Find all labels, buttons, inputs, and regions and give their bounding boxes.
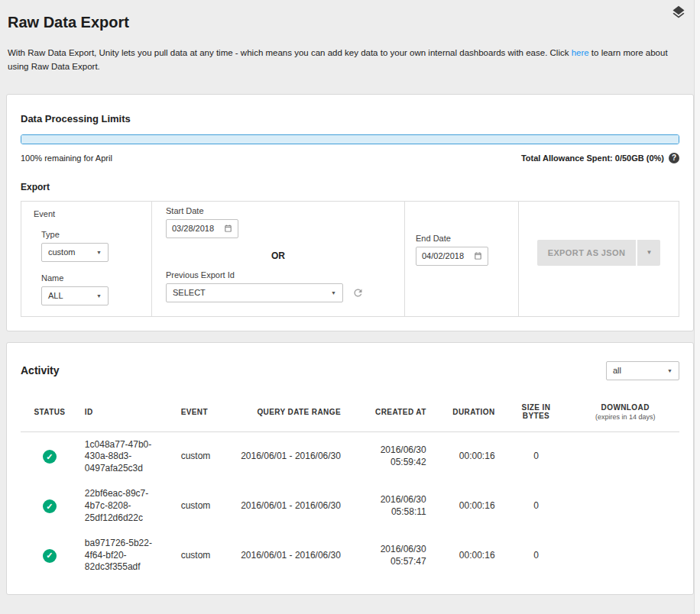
table-row: ✓ 1c048a77-47b0-430a-88d3-0497afa25c3d c… xyxy=(21,431,679,481)
created-at: 2016/06/30 05:59:42 xyxy=(347,431,433,481)
date-or-export-column: Start Date OR Previous Export Id SELECT … xyxy=(152,202,404,316)
learn-more-link[interactable]: here xyxy=(572,48,589,57)
download-cell xyxy=(571,481,679,531)
duration: 00:00:16 xyxy=(433,531,501,580)
refresh-icon[interactable] xyxy=(352,287,364,299)
previous-export-row: SELECT ▼ xyxy=(166,283,391,302)
check-circle-icon: ✓ xyxy=(43,549,57,563)
remaining-text: 100% remaining for April xyxy=(21,154,112,163)
type-label: Type xyxy=(41,230,139,239)
allowance-progress-bar xyxy=(21,134,679,144)
event-type: custom xyxy=(175,531,233,580)
allowance-label: Total Allowance Spent: 0/50GB (0%) xyxy=(521,154,664,163)
event-name-select[interactable]: ALL ▼ xyxy=(41,286,109,305)
end-date-field[interactable] xyxy=(416,247,488,266)
start-date-label: Start Date xyxy=(166,206,391,215)
activity-header-row: Activity all ▼ xyxy=(21,361,679,380)
table-row: ✓ 22bf6eac-89c7-4b7c-8208-25df12d6d22c c… xyxy=(21,481,679,531)
check-circle-icon: ✓ xyxy=(43,450,57,464)
event-type-select[interactable]: custom ▼ xyxy=(41,243,109,262)
download-cell xyxy=(571,531,679,580)
allowance-summary: Total Allowance Spent: 0/50GB (0%) ? xyxy=(521,153,679,163)
previous-export-select[interactable]: SELECT ▼ xyxy=(166,283,343,302)
export-id: 22bf6eac-89c7-4b7c-8208-25df12d6d22c xyxy=(79,481,175,531)
col-size-in-bytes: SIZE IN BYTES xyxy=(501,396,572,432)
col-duration: DURATION xyxy=(433,396,501,432)
limits-export-card: Data Processing Limits 100% remaining fo… xyxy=(6,94,694,331)
export-id: ba971726-5b22-4f64-bf20-82dc3f355adf xyxy=(79,531,175,580)
col-event: EVENT xyxy=(175,396,233,432)
check-circle-icon: ✓ xyxy=(43,499,57,513)
size-in-bytes: 0 xyxy=(501,531,572,580)
export-as-json-button[interactable]: EXPORT AS JSON xyxy=(537,240,637,266)
export-form: Event Type custom ▼ Name ALL ▼ Start Dat… xyxy=(21,201,679,317)
layers-icon[interactable] xyxy=(671,5,686,23)
start-date-field[interactable] xyxy=(166,219,238,238)
or-divider-label: OR xyxy=(166,250,391,261)
export-options-caret-button[interactable]: ▼ xyxy=(637,240,660,266)
event-type: custom xyxy=(175,481,233,531)
event-column: Event Type custom ▼ Name ALL ▼ xyxy=(21,202,151,316)
activity-heading: Activity xyxy=(21,364,60,376)
event-name-value: ALL xyxy=(48,291,63,300)
chevron-down-icon: ▼ xyxy=(646,249,652,256)
created-at: 2016/06/30 05:58:11 xyxy=(347,481,433,531)
export-heading: Export xyxy=(21,182,679,192)
col-download: DOWNLOAD (expires in 14 days) xyxy=(571,396,679,432)
table-header-row: STATUS ID EVENT QUERY DATE RANGE CREATED… xyxy=(21,396,679,432)
event-group-label: Event xyxy=(34,209,139,218)
event-type: custom xyxy=(175,431,233,481)
calendar-icon[interactable] xyxy=(224,224,232,233)
query-date-range: 2016/06/01 - 2016/06/30 xyxy=(232,431,346,481)
end-date-column: End Date xyxy=(405,202,518,316)
size-in-bytes: 0 xyxy=(501,431,572,481)
limits-summary-row: 100% remaining for April Total Allowance… xyxy=(21,153,679,163)
download-expiry-note: (expires in 14 days) xyxy=(577,413,673,421)
calendar-icon[interactable] xyxy=(474,251,482,260)
name-label: Name xyxy=(41,273,139,283)
duration: 00:00:16 xyxy=(433,431,501,481)
activity-filter-select[interactable]: all ▼ xyxy=(606,361,679,380)
page-title: Raw Data Export xyxy=(8,14,688,31)
chevron-down-icon: ▼ xyxy=(96,293,102,299)
chevron-down-icon: ▼ xyxy=(331,290,336,296)
allowance-progress-fill xyxy=(21,135,679,144)
start-date-input[interactable] xyxy=(172,224,218,233)
size-in-bytes: 0 xyxy=(501,481,572,531)
col-status: STATUS xyxy=(21,396,79,432)
col-id: ID xyxy=(79,396,175,432)
previous-export-label: Previous Export Id xyxy=(166,270,391,280)
download-cell xyxy=(571,431,679,481)
previous-export-value: SELECT xyxy=(173,288,206,297)
chevron-down-icon: ▼ xyxy=(96,250,102,255)
activity-table: STATUS ID EVENT QUERY DATE RANGE CREATED… xyxy=(21,396,679,580)
activity-card: Activity all ▼ STATUS ID EVENT QUERY DAT… xyxy=(6,342,694,595)
end-date-input[interactable] xyxy=(422,251,468,260)
raw-data-export-page: Raw Data Export With Raw Data Export, Un… xyxy=(0,0,700,595)
activity-filter-value: all xyxy=(613,366,621,375)
col-query-date-range: QUERY DATE RANGE xyxy=(232,396,346,432)
col-created-at: CREATED AT xyxy=(347,396,433,432)
query-date-range: 2016/06/01 - 2016/06/30 xyxy=(232,481,346,531)
chevron-down-icon: ▼ xyxy=(667,368,672,373)
help-icon[interactable]: ? xyxy=(669,153,679,163)
duration: 00:00:16 xyxy=(433,481,501,531)
table-row: ✓ ba971726-5b22-4f64-bf20-82dc3f355adf c… xyxy=(21,531,679,580)
limits-heading: Data Processing Limits xyxy=(21,113,679,124)
query-date-range: 2016/06/01 - 2016/06/30 xyxy=(232,531,346,580)
end-date-label: End Date xyxy=(416,234,507,243)
event-type-value: custom xyxy=(48,247,75,257)
intro-text: With Raw Data Export, Unity lets you pul… xyxy=(8,47,685,74)
export-id: 1c048a77-47b0-430a-88d3-0497afa25c3d xyxy=(79,431,175,481)
scrollbar[interactable] xyxy=(694,0,700,614)
export-action-column: EXPORT AS JSON ▼ xyxy=(519,202,679,316)
intro-before: With Raw Data Export, Unity lets you pul… xyxy=(8,48,572,57)
created-at: 2016/06/30 05:57:47 xyxy=(347,531,433,580)
